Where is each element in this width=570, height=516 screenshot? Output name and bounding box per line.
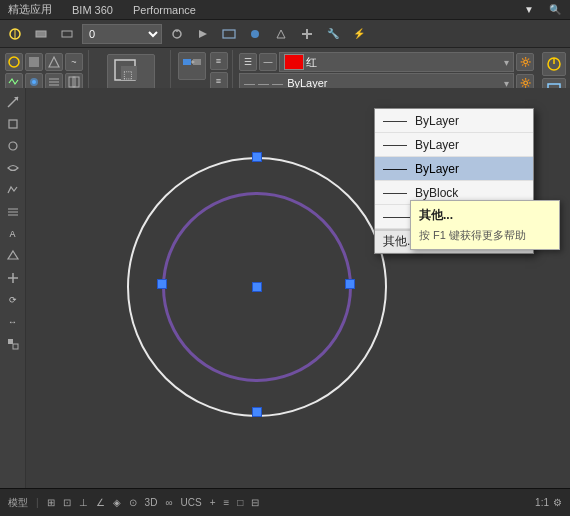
tooltip-popup: 其他... 按 F1 键获得更多帮助 [410,200,560,250]
status-lineweight[interactable]: ≡ [224,497,230,508]
dropdown-item-bylayer-1[interactable]: —— ByLayer [375,109,533,133]
insert-button[interactable]: ⬚ [107,54,155,90]
tooltip-hint: 按 F1 键获得更多帮助 [419,226,551,245]
left-toolbar: A ⟳ ↔ [0,88,26,488]
minimize-icon[interactable]: ▼ [518,0,540,21]
tool-icon-e[interactable]: 🔧 [322,23,344,45]
layer-icon-2[interactable] [30,23,52,45]
layer-dropdown[interactable]: 0 [82,24,162,44]
svg-rect-17 [69,77,75,87]
tool-icon-b[interactable] [244,23,266,45]
linetype1-arrow[interactable]: ▾ [504,78,509,89]
status-iso[interactable]: ◈ [113,497,121,508]
menu-bim360[interactable]: BIM 360 [68,4,117,16]
status-workspace[interactable]: ⚙ [553,497,562,508]
layer-icon-3[interactable] [56,23,78,45]
dropdown-item-bylayer-2[interactable]: —— ByLayer [375,133,533,157]
menu-jingxuan[interactable]: 精选应用 [4,2,56,17]
status-polar[interactable]: ∠ [96,497,105,508]
color-label: 红 [306,55,317,70]
svg-marker-37 [8,251,18,259]
svg-text:⬚: ⬚ [123,69,132,80]
left-tool-8[interactable] [3,246,23,266]
tool-icon-d[interactable] [296,23,318,45]
svg-rect-41 [13,344,18,349]
layer-extra-icon[interactable] [192,23,214,45]
menu-performance[interactable]: Performance [129,4,200,16]
tool-icon-c[interactable] [270,23,292,45]
color-list-icon[interactable]: ☰ [239,53,257,71]
left-tool-1[interactable] [3,92,23,112]
left-tool-11[interactable]: ↔ [3,312,23,332]
grip-right[interactable] [345,279,355,289]
left-tool-12[interactable] [3,334,23,354]
svg-rect-2 [36,31,46,37]
ribbon-icon-3[interactable] [45,53,63,71]
left-tool-7[interactable]: A [3,224,23,244]
status-3d[interactable]: 3D [145,497,158,508]
dropdown-label-4: —— [383,186,407,200]
ribbon-icon-2[interactable] [25,53,43,71]
color-dash-icon[interactable]: — [259,53,277,71]
status-annotation[interactable]: 1:1 [535,497,549,508]
status-quickprop[interactable]: ⊟ [251,497,259,508]
tool-icon-a[interactable] [218,23,240,45]
svg-point-33 [9,142,17,150]
left-tool-6[interactable] [3,202,23,222]
grip-center[interactable] [252,282,262,292]
svg-rect-3 [62,31,72,37]
prop-icon-1[interactable]: ≡ [210,52,228,70]
dropdown-label-3: —— [383,162,407,176]
svg-rect-11 [29,57,39,67]
ribbon-top: 0 🔧 ⚡ [0,20,570,48]
left-tool-4[interactable] [3,158,23,178]
status-grid[interactable]: ⊞ [47,497,55,508]
layer-icon-1[interactable] [4,23,26,45]
dropdown-item-bylayer-3[interactable]: —— ByLayer [375,157,533,181]
tool-icon-f[interactable]: ⚡ [348,23,370,45]
left-tool-9[interactable] [3,268,23,288]
dropdown-label-2: —— [383,138,407,152]
svg-point-7 [251,30,259,38]
left-tool-2[interactable] [3,114,23,134]
right-icon-1[interactable] [542,52,566,76]
status-model[interactable]: 模型 [8,496,28,510]
status-dyn[interactable]: + [210,497,216,508]
left-tool-5[interactable] [3,180,23,200]
color-dropdown-arrow[interactable]: ▾ [504,57,509,68]
dropdown-label-1: —— [383,114,407,128]
dropdown-text-2: ByLayer [415,138,459,152]
menu-bar: 精选应用 BIM 360 Performance ▼ 🔍 [0,0,570,20]
svg-rect-22 [183,59,191,65]
status-bar: 模型 | ⊞ ⊡ ⊥ ∠ ◈ ⊙ 3D ∞ UCS + ≡ □ ⊟ 1:1 ⚙ [0,488,570,516]
search-icon[interactable]: 🔍 [544,0,566,21]
status-track[interactable]: ∞ [165,497,172,508]
status-snap[interactable]: ⊡ [63,497,71,508]
status-transparency[interactable]: □ [237,497,243,508]
ribbon-icon-4[interactable]: ~ [65,53,83,71]
left-tool-10[interactable]: ⟳ [3,290,23,310]
color-row: ☰ — 红 ▾ 🔆 [239,52,534,72]
status-ucs[interactable]: UCS [181,497,202,508]
status-ortho[interactable]: ⊥ [79,497,88,508]
svg-rect-40 [8,339,13,344]
ribbon-icon-1[interactable] [5,53,23,71]
grip-left[interactable] [157,279,167,289]
svg-point-13 [32,80,36,84]
dropdown-text-3: ByLayer [415,162,459,176]
svg-point-10 [9,57,19,67]
properties-match-icon[interactable] [178,52,206,80]
svg-rect-6 [223,30,235,38]
grip-bottom[interactable] [252,407,262,417]
layer-state-icon[interactable] [166,23,188,45]
dropdown-text-4: ByBlock [415,186,458,200]
status-osnap[interactable]: ⊙ [129,497,137,508]
color-extra-icon[interactable]: 🔆 [516,53,534,71]
dropdown-text-1: ByLayer [415,114,459,128]
left-tool-3[interactable] [3,136,23,156]
tooltip-title: 其他... [419,205,551,226]
grip-top[interactable] [252,152,262,162]
svg-rect-32 [9,120,17,128]
color-swatch[interactable] [284,54,304,70]
svg-rect-18 [73,77,79,87]
